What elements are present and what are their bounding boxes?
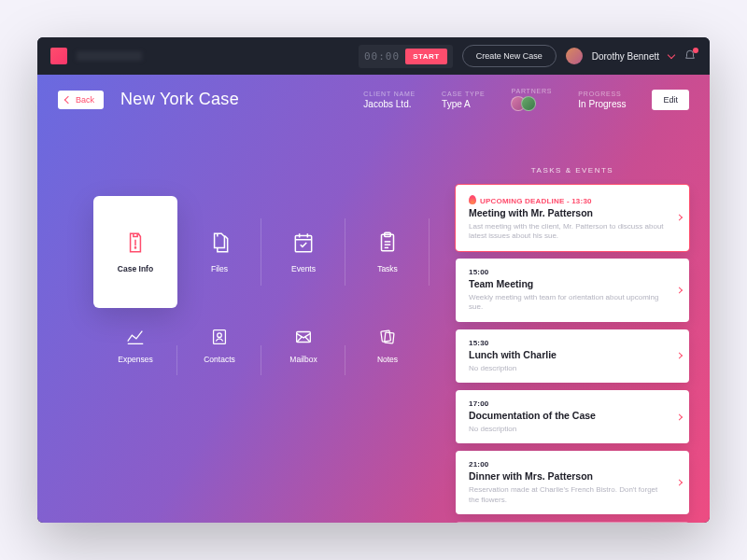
contact-icon bbox=[209, 327, 230, 347]
event-title: Documentation of the Case bbox=[469, 410, 669, 421]
create-case-button[interactable]: Create New Case bbox=[462, 45, 557, 67]
event-title: Meeting with Mr. Patterson bbox=[469, 207, 669, 218]
event-desc: Last meeting with the client, Mr. Patter… bbox=[469, 222, 669, 242]
category-contacts[interactable]: Contacts bbox=[177, 323, 261, 398]
event-card[interactable]: 21:00 Dinner with Mrs. Patterson Reserva… bbox=[456, 451, 689, 514]
event-title: Dinner with Mrs. Patterson bbox=[469, 470, 669, 482]
timer-start-button[interactable]: START bbox=[405, 49, 447, 64]
category-grid: Case Info Files Events Tasks Expenses bbox=[93, 196, 430, 398]
event-card[interactable]: 15:30 Lunch with Charlie No description bbox=[456, 329, 689, 383]
meta-partners-label: Partners bbox=[511, 88, 552, 94]
event-time: 21:00 bbox=[469, 460, 669, 469]
event-card[interactable]: UPCOMING DEADLINE - 13:30 Meeting with M… bbox=[456, 185, 689, 251]
event-card[interactable]: TOMORROW - 08:00 Dentist bbox=[456, 522, 689, 523]
user-avatar[interactable] bbox=[566, 48, 583, 64]
back-label: Back bbox=[76, 95, 94, 105]
events-heading: Tasks & Events bbox=[456, 166, 689, 175]
category-tasks[interactable]: Tasks bbox=[345, 196, 430, 308]
meta-type-value: Type A bbox=[442, 99, 485, 109]
category-label: Files bbox=[211, 264, 228, 273]
partners-avatars[interactable] bbox=[511, 96, 552, 111]
brand-wordmark bbox=[77, 51, 142, 61]
mail-icon bbox=[293, 327, 314, 347]
topbar: 00:00 START Create New Case Dorothy Benn… bbox=[37, 37, 710, 75]
category-notes[interactable]: Notes bbox=[345, 323, 430, 398]
svg-point-12 bbox=[218, 333, 222, 338]
chevron-right-icon bbox=[676, 353, 683, 359]
category-label: Events bbox=[291, 264, 316, 273]
event-time: 17:00 bbox=[469, 399, 669, 408]
category-case-info[interactable]: Case Info bbox=[93, 196, 177, 308]
event-desc: Reservation made at Charlie's French Bis… bbox=[469, 485, 669, 505]
event-time: 15:30 bbox=[469, 339, 669, 347]
category-expenses[interactable]: Expenses bbox=[93, 323, 177, 398]
category-label: Case Info bbox=[118, 264, 153, 273]
category-label: Tasks bbox=[377, 264, 398, 273]
meta-progress-label: Progress bbox=[578, 91, 626, 97]
category-files[interactable]: Files bbox=[177, 196, 261, 308]
chevron-right-icon bbox=[676, 215, 683, 221]
case-body: Back New York Case Client Name Jacobs Lt… bbox=[37, 75, 710, 523]
case-meta: Client Name Jacobs Ltd. Case Type Type A… bbox=[363, 88, 689, 111]
partner-avatar-2 bbox=[521, 96, 536, 111]
notification-dot bbox=[693, 48, 698, 53]
chart-icon bbox=[125, 327, 146, 347]
event-desc: No description bbox=[469, 425, 669, 434]
case-header: Back New York Case Client Name Jacobs Lt… bbox=[37, 75, 710, 111]
tasks-icon bbox=[375, 231, 400, 255]
app-window: 00:00 START Create New Case Dorothy Benn… bbox=[37, 37, 710, 523]
svg-point-1 bbox=[134, 247, 135, 248]
user-menu-chevron-icon[interactable] bbox=[668, 50, 675, 58]
chevron-right-icon bbox=[676, 480, 683, 486]
notes-icon bbox=[377, 327, 398, 347]
meta-client-value: Jacobs Ltd. bbox=[363, 99, 416, 109]
category-mailbox[interactable]: Mailbox bbox=[261, 323, 345, 398]
meta-client-label: Client Name bbox=[363, 91, 416, 97]
event-desc: No description bbox=[469, 364, 669, 373]
files-icon bbox=[207, 231, 232, 255]
meta-type-label: Case Type bbox=[442, 91, 485, 97]
event-card[interactable]: 15:00 Team Meeting Weekly meeting with t… bbox=[456, 259, 689, 322]
back-arrow-icon bbox=[64, 95, 72, 103]
event-time: UPCOMING DEADLINE - 13:30 bbox=[469, 194, 669, 205]
chevron-right-icon bbox=[676, 413, 683, 420]
category-events[interactable]: Events bbox=[261, 196, 345, 308]
edit-button[interactable]: Edit bbox=[652, 90, 689, 110]
meta-type: Case Type Type A bbox=[442, 91, 485, 109]
meta-progress-value: In Progress bbox=[578, 99, 626, 109]
case-info-icon bbox=[123, 231, 148, 255]
calendar-icon bbox=[291, 231, 316, 255]
timer-value: 00:00 bbox=[364, 50, 400, 63]
event-desc: Weekly meeting with team for orientation… bbox=[469, 293, 669, 313]
brand-logo[interactable] bbox=[50, 48, 67, 64]
category-label: Contacts bbox=[204, 355, 235, 364]
event-title: Lunch with Charlie bbox=[469, 349, 669, 360]
notifications-button[interactable] bbox=[684, 49, 697, 63]
category-label: Mailbox bbox=[289, 355, 317, 364]
user-name[interactable]: Dorothy Bennett bbox=[592, 51, 659, 62]
svg-rect-2 bbox=[295, 235, 311, 251]
meta-client: Client Name Jacobs Ltd. bbox=[363, 91, 416, 109]
meta-progress: Progress In Progress bbox=[578, 91, 626, 109]
category-label: Notes bbox=[377, 355, 398, 364]
events-list: UPCOMING DEADLINE - 13:30 Meeting with M… bbox=[456, 185, 689, 523]
chevron-right-icon bbox=[676, 287, 683, 293]
case-title: New York Case bbox=[120, 90, 239, 109]
meta-partners: Partners bbox=[511, 88, 552, 111]
timer-widget: 00:00 START bbox=[359, 45, 453, 68]
category-label: Expenses bbox=[118, 355, 152, 364]
event-time: 15:00 bbox=[469, 268, 669, 276]
event-title: Team Meeting bbox=[469, 278, 669, 289]
urgent-icon bbox=[469, 195, 476, 204]
back-button[interactable]: Back bbox=[58, 91, 104, 109]
event-card[interactable]: 17:00 Documentation of the Case No descr… bbox=[456, 390, 689, 443]
